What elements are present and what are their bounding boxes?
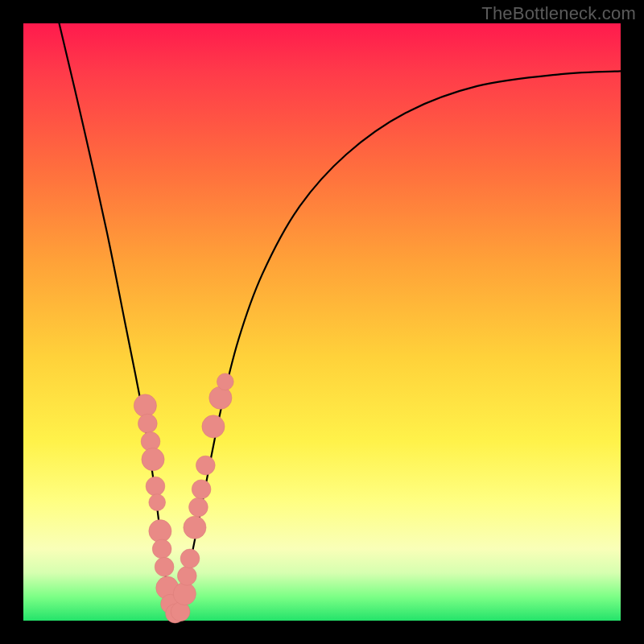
chart-svg — [23, 23, 621, 621]
data-marker — [184, 516, 206, 539]
data-marker — [152, 539, 171, 559]
data-marker — [196, 456, 215, 475]
data-marker — [217, 374, 233, 390]
chart-stage: TheBottleneck.com — [0, 0, 644, 644]
data-markers-group — [134, 374, 233, 623]
data-marker — [209, 386, 232, 409]
data-marker — [138, 414, 157, 433]
data-marker — [173, 583, 196, 605]
data-marker — [180, 549, 200, 568]
data-marker — [149, 520, 171, 543]
data-marker — [192, 480, 211, 499]
plot-area — [23, 23, 621, 621]
data-marker — [155, 557, 174, 576]
bottleneck-curve — [60, 23, 621, 618]
watermark-text: TheBottleneck.com — [481, 3, 636, 24]
data-marker — [202, 415, 225, 438]
data-marker — [189, 497, 208, 517]
data-marker — [146, 477, 165, 496]
data-marker — [134, 394, 156, 417]
data-marker — [177, 566, 196, 585]
data-marker — [149, 494, 166, 511]
data-marker — [142, 448, 164, 471]
